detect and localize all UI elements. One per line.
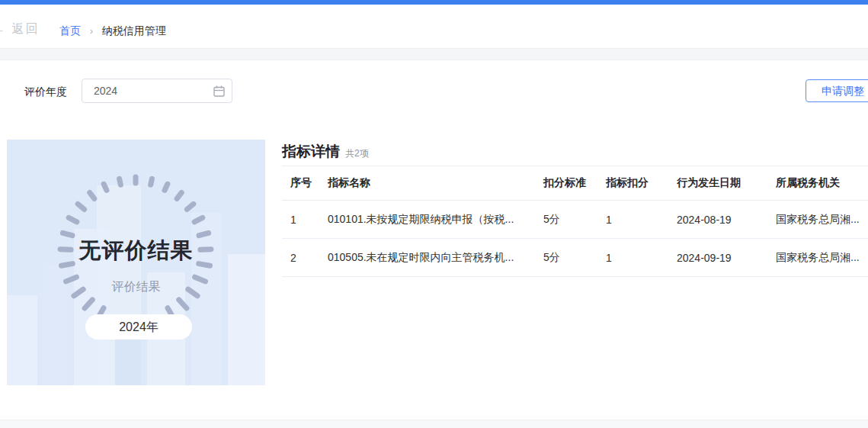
col-header-indicator-deduction: 指标扣分	[597, 166, 668, 201]
cell-seq: 1	[282, 201, 319, 239]
col-header-indicator-name: 指标名称	[319, 166, 535, 201]
cell-indicator-deduction: 1	[597, 201, 668, 239]
year-picker	[82, 79, 232, 103]
table-row: 1 010101.未按规定期限纳税申报（按税... 5分 1 2024-08-1…	[282, 201, 868, 239]
indicators-table: 序号 指标名称 扣分标准 指标扣分 行为发生日期 所属税务机关 1 010101…	[282, 166, 868, 277]
breadcrumb-separator: ›	[90, 26, 93, 37]
table-row: 2 010505.未在规定时限内向主管税务机... 5分 1 2024-09-1…	[282, 239, 868, 277]
cell-occurrence-date: 2024-09-19	[668, 239, 767, 277]
col-header-seq: 序号	[282, 166, 319, 201]
cell-occurrence-date: 2024-08-19	[668, 201, 767, 239]
bottom-strip	[0, 420, 868, 428]
year-filter-label: 评价年度	[24, 85, 67, 99]
indicators-title-text: 指标详情	[282, 143, 340, 159]
col-header-deduction-standard: 扣分标准	[535, 166, 597, 201]
cell-tax-authority: 国家税务总局湘...	[767, 201, 868, 239]
back-button[interactable]: ← 返回	[0, 21, 39, 37]
cell-indicator-deduction: 1	[597, 239, 668, 277]
table-header-row: 序号 指标名称 扣分标准 指标扣分 行为发生日期 所属税务机关	[282, 166, 868, 201]
cell-indicator-name: 010101.未按规定期限纳税申报（按税...	[319, 201, 535, 239]
breadcrumb-header: ← 返回 首页 › 纳税信用管理	[0, 5, 868, 48]
result-caption: 评价结果	[7, 279, 265, 295]
cell-deduction-standard: 5分	[535, 239, 597, 277]
indicators-title: 指标详情共2项	[282, 142, 369, 162]
no-result-text: 无评价结果	[7, 236, 265, 266]
evaluation-result-card: 无评价结果 评价结果 2024年	[7, 140, 265, 385]
col-header-tax-authority: 所属税务机关	[767, 166, 868, 201]
calendar-icon[interactable]	[213, 85, 225, 97]
year-input[interactable]	[82, 79, 232, 103]
cell-indicator-name: 010505.未在规定时限内向主管税务机...	[319, 239, 535, 277]
cell-seq: 2	[282, 239, 319, 277]
back-label: 返回	[11, 22, 39, 35]
city-silhouette	[228, 254, 265, 385]
cell-tax-authority: 国家税务总局湘...	[767, 239, 868, 277]
col-header-occurrence-date: 行为发生日期	[668, 166, 767, 201]
section-divider-band	[0, 48, 868, 60]
breadcrumb: 首页 › 纳税信用管理	[59, 24, 166, 38]
breadcrumb-home-link[interactable]: 首页	[59, 24, 81, 37]
city-silhouette	[7, 295, 37, 385]
apply-adjustment-button[interactable]: 申请调整	[806, 79, 868, 102]
cell-deduction-standard: 5分	[535, 201, 597, 239]
year-badge: 2024年	[85, 314, 192, 340]
back-arrow-icon: ←	[0, 21, 7, 36]
breadcrumb-current: 纳税信用管理	[102, 24, 166, 37]
indicators-count: 共2项	[345, 148, 369, 159]
